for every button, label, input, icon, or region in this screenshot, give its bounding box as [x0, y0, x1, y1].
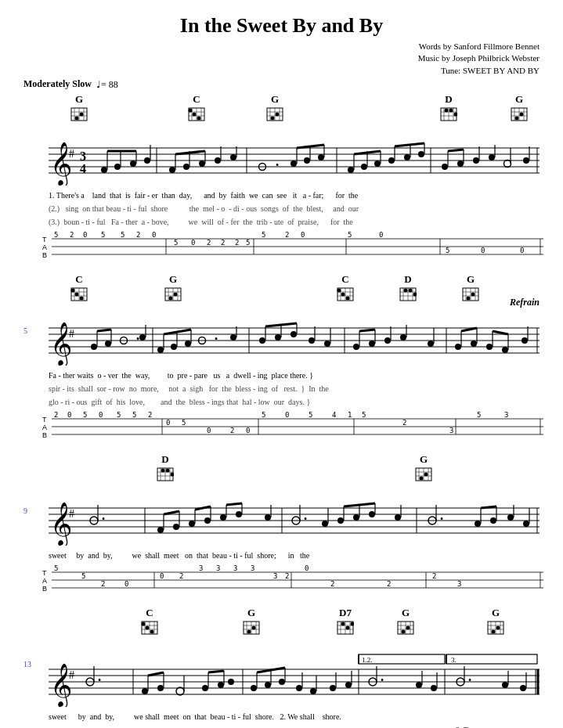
svg-point-172 — [341, 293, 345, 297]
tab-svg-3: T A B 5 5 2 0 0 2 3 3 3 3 3 — [42, 564, 543, 597]
section-4: 13 C G — [23, 607, 540, 728]
svg-text:0: 0 — [99, 411, 103, 419]
svg-text:2: 2 — [179, 572, 183, 580]
svg-text:#: # — [69, 669, 74, 681]
svg-point-360 — [490, 517, 496, 524]
svg-point-501 — [520, 685, 526, 691]
section-1: Moderately Slow ♩= 88 G o o — [23, 78, 540, 265]
tab-3: T A B 5 5 2 0 0 2 3 3 3 3 3 — [23, 564, 540, 599]
svg-point-231 — [309, 337, 315, 344]
svg-point-228 — [291, 331, 297, 337]
page: In the Sweet By and By Words by Sanford … — [0, 0, 563, 728]
svg-point-26 — [276, 113, 280, 117]
svg-point-402 — [150, 630, 154, 634]
chord-D-2: D — [399, 273, 417, 301]
chord-C-1: C — [188, 93, 205, 121]
svg-point-427 — [402, 630, 406, 634]
svg-point-189 — [467, 297, 471, 301]
svg-text:3: 3 — [273, 572, 277, 580]
svg-point-7 — [80, 113, 84, 117]
chord-G-5: G oo — [462, 273, 479, 301]
svg-text:3: 3 — [457, 580, 461, 588]
svg-point-336 — [236, 511, 242, 517]
chord-G-2: G — [266, 93, 283, 121]
svg-point-162 — [169, 297, 173, 301]
svg-text:A: A — [42, 577, 47, 585]
refrain-label: Refrain — [510, 297, 540, 308]
svg-text:2: 2 — [101, 580, 105, 588]
svg-point-365 — [523, 521, 529, 527]
svg-text:5: 5 — [362, 411, 366, 419]
chord-G-9: G oo — [487, 607, 504, 635]
svg-text:2: 2 — [285, 572, 289, 580]
svg-text:#: # — [69, 508, 74, 520]
tab-1: T A B 5 2 0 5 5 2 0 — [23, 231, 540, 265]
svg-point-107 — [473, 157, 479, 164]
svg-point-461 — [142, 688, 148, 694]
svg-point-237 — [369, 341, 375, 347]
svg-point-153 — [71, 289, 75, 293]
svg-point-171 — [337, 289, 341, 293]
svg-text:•: • — [102, 514, 105, 524]
credits-tune: Tune: SWEET BY AND BY — [23, 65, 540, 77]
lyric-line-6: glo - ri - ous gift of his love, and the… — [49, 395, 540, 409]
svg-point-240 — [384, 337, 391, 344]
svg-point-244 — [428, 341, 434, 347]
svg-line-338 — [226, 503, 242, 505]
lyric-line-2: (2.) sing on that beau - ti - ful shore … — [49, 202, 540, 215]
chord-G-3: G — [511, 93, 528, 121]
svg-point-308 — [424, 473, 428, 477]
svg-point-487 — [345, 682, 352, 688]
svg-point-474 — [251, 685, 257, 691]
svg-point-253 — [502, 347, 508, 353]
svg-text:0: 0 — [83, 231, 87, 239]
svg-point-409 — [247, 630, 251, 634]
svg-text:0: 0 — [305, 564, 309, 572]
svg-text:5: 5 — [174, 239, 178, 247]
svg-text:0: 0 — [301, 231, 305, 239]
svg-point-43 — [515, 117, 519, 121]
tempo-bpm: ♩= 88 — [96, 79, 118, 91]
svg-point-111 — [504, 160, 511, 168]
svg-text:2: 2 — [285, 231, 289, 239]
svg-point-326 — [173, 524, 179, 530]
lyrics-4: sweet by and by, we shall meet on that b… — [23, 710, 540, 728]
tab-2: T A B 2 0 5 0 5 5 2 0 5 0 — [23, 411, 540, 445]
svg-text:2: 2 — [402, 419, 406, 427]
svg-point-61 — [114, 164, 121, 170]
chord-G-1: G o o — [70, 93, 88, 121]
svg-text:0: 0 — [246, 427, 250, 434]
svg-point-68 — [169, 167, 175, 173]
svg-point-180 — [404, 289, 408, 293]
svg-point-33 — [445, 109, 449, 113]
svg-point-215 — [171, 344, 177, 350]
svg-point-109 — [489, 154, 495, 160]
svg-point-70 — [183, 164, 189, 170]
svg-point-485 — [330, 685, 336, 691]
staff-svg-1: 𝄞 # 3 4 — [23, 140, 540, 186]
svg-point-6 — [75, 117, 79, 121]
svg-point-339 — [265, 514, 271, 521]
svg-text:•: • — [468, 675, 471, 686]
svg-point-95 — [388, 157, 395, 164]
svg-text:2: 2 — [207, 239, 211, 247]
svg-point-190 — [471, 293, 475, 297]
svg-text:3: 3 — [199, 564, 203, 572]
section-num-4: 13 — [23, 660, 31, 669]
lyrics-2: Fa - ther waits o - ver the way, to pre … — [23, 369, 540, 409]
svg-line-362 — [481, 506, 496, 508]
svg-text:2: 2 — [230, 427, 234, 434]
svg-point-155 — [80, 297, 84, 301]
svg-point-83 — [304, 157, 310, 164]
staff-svg-2: 𝄞 # • • — [23, 320, 540, 366]
svg-point-481 — [296, 685, 302, 691]
svg-point-334 — [220, 514, 226, 521]
svg-point-154 — [75, 293, 79, 297]
svg-text:A: A — [42, 243, 47, 251]
svg-text:3: 3 — [80, 150, 86, 163]
svg-text:0: 0 — [166, 419, 170, 427]
svg-text:2: 2 — [432, 572, 436, 580]
svg-text:5: 5 — [182, 419, 186, 427]
svg-point-163 — [174, 293, 178, 297]
chord-G-8: G oo — [397, 607, 414, 635]
